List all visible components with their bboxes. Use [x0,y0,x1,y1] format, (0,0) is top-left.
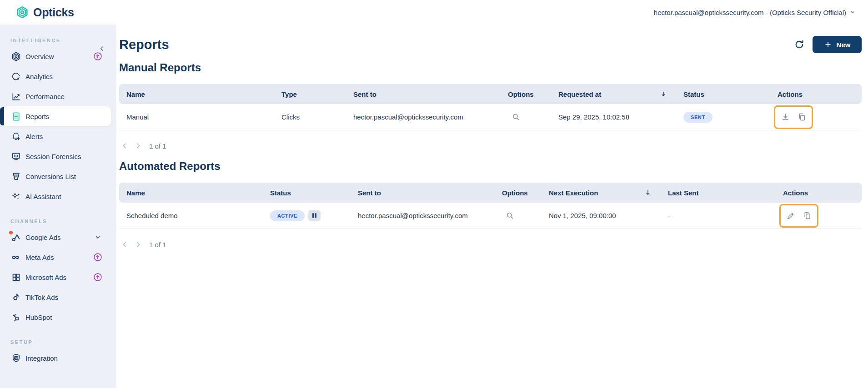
download-report-button[interactable] [780,112,790,122]
manual-reports-heading: Manual Reports [119,61,862,74]
brand-name: Opticks [33,6,74,19]
previous-page-icon[interactable] [119,140,130,151]
google-ads-icon [10,232,21,243]
js-shield-icon: JS [10,353,21,363]
cell-sent-to: hector.pascual@optickssecurity.com [346,104,501,130]
sidebar-item-integration[interactable]: JS Integration [3,348,111,368]
sidebar-collapse-icon[interactable] [98,45,106,53]
column-header-last-sent: Last Sent [661,183,776,203]
manual-reports-table: Name Type Sent to Options Requested at S… [119,84,862,130]
funnel-icon [10,171,21,182]
page-indicator: 1 of 1 [149,241,166,249]
sidebar-item-hubspot[interactable]: HubSpot [3,307,111,327]
sidebar: INTELLIGENCE Overview Analytics [0,25,116,388]
sidebar-item-session-forensics[interactable]: Session Forensics [3,146,111,166]
sort-desc-icon[interactable] [660,90,667,98]
new-report-button[interactable]: New [813,36,862,53]
duplicate-report-button[interactable] [802,211,812,221]
sidebar-section-setup: SETUP [0,336,116,348]
monitor-icon [10,151,21,162]
column-header-actions: Actions [776,183,862,203]
sort-desc-icon[interactable] [644,189,652,196]
sidebar-item-label: Overview [25,53,93,60]
account-label: hector.pascual@optickssecurity.com - (Op… [654,9,846,16]
sidebar-item-microsoft-ads[interactable]: Microsoft Ads [3,267,111,287]
sidebar-item-performance[interactable]: Performance [3,86,111,106]
grid-icon [10,272,21,283]
column-header-next-execution[interactable]: Next Execution [542,183,661,203]
sidebar-item-alerts[interactable]: Alerts [3,126,111,146]
column-header-requested-at[interactable]: Requested at [551,84,676,104]
column-header-options: Options [501,84,551,104]
plus-icon [824,40,832,49]
table-header-row: Name Type Sent to Options Requested at S… [119,84,862,104]
next-page-icon[interactable] [133,140,144,151]
sidebar-item-reports[interactable]: Reports [3,106,111,126]
page-title: Reports [119,37,169,52]
search-options-icon[interactable] [511,112,521,122]
sidebar-item-label: Conversions List [25,173,106,180]
sidebar-item-label: Alerts [25,133,106,140]
account-menu[interactable]: hector.pascual@optickssecurity.com - (Op… [654,9,856,16]
pause-report-button[interactable] [308,210,321,221]
brand-logo[interactable]: Opticks [15,5,74,19]
upgrade-icon[interactable] [93,272,103,282]
column-header-options: Options [495,183,542,203]
table-row: Manual Clicks hector.pascual@optickssecu… [119,104,862,130]
sidebar-item-tiktok-ads[interactable]: TikTok Ads [3,287,111,307]
sidebar-item-overview[interactable]: Overview [3,46,111,66]
svg-text:JS: JS [15,356,18,359]
duplicate-report-button[interactable] [797,112,807,122]
sidebar-item-label: Microsoft Ads [25,274,93,281]
refresh-button[interactable] [792,37,807,52]
sidebar-section-channels: CHANNELS [0,215,116,227]
chevron-down-icon [849,9,856,16]
sidebar-item-label: Reports [25,113,106,120]
page-indicator: 1 of 1 [149,142,166,150]
column-header-type: Type [274,84,346,104]
sidebar-item-label: HubSpot [25,313,106,321]
automated-reports-table: Name Status Sent to Options Next Executi… [119,183,862,229]
sidebar-item-analytics[interactable]: Analytics [3,66,111,86]
previous-page-icon[interactable] [119,239,130,250]
sidebar-item-label: AI Assistant [25,193,106,200]
donut-chart-icon [10,71,21,82]
column-header-status: Status [263,183,351,203]
sidebar-item-label: Performance [25,93,106,100]
manual-reports-pagination: 1 of 1 [119,139,862,152]
cell-next-execution: Nov 1, 2025, 09:00:00 [542,203,661,229]
sidebar-item-label: Integration [25,354,106,362]
page-header: Reports New [119,35,862,54]
bell-plus-icon [10,131,21,142]
actions-highlight-box [779,204,818,228]
sidebar-item-label: TikTok Ads [25,293,106,301]
cell-sent-to: hector.pascual@optickssecurity.com [351,203,495,229]
opticks-hexagon-logo-icon [15,5,29,19]
column-header-label: Next Execution [549,189,598,197]
column-header-status: Status [676,84,770,104]
actions-highlight-box [774,105,813,129]
cell-last-sent: - [661,203,776,229]
sidebar-item-meta-ads[interactable]: Meta Ads [3,247,111,267]
sidebar-item-conversions-list[interactable]: Conversions List [3,166,111,186]
edit-report-button[interactable] [786,211,796,221]
column-header-sent-to: Sent to [351,183,495,203]
next-page-icon[interactable] [133,239,144,250]
tiktok-icon [10,292,21,303]
sidebar-item-google-ads[interactable]: Google Ads [3,227,111,247]
meta-icon [10,252,21,263]
new-button-label: New [837,41,851,49]
upgrade-icon[interactable] [93,252,103,262]
notification-dot [9,231,13,234]
search-options-icon[interactable] [505,211,515,221]
topbar: Opticks hector.pascual@optickssecurity.c… [0,0,868,25]
sidebar-item-label: Session Forensics [25,153,106,160]
cell-name: Manual [119,104,274,130]
upgrade-icon[interactable] [93,51,103,61]
sidebar-item-ai-assistant[interactable]: AI Assistant [3,186,111,206]
automated-reports-heading: Automated Reports [119,160,862,173]
table-header-row: Name Status Sent to Options Next Executi… [119,183,862,203]
refresh-icon [794,39,805,50]
column-header-sent-to: Sent to [346,84,501,104]
cell-requested-at: Sep 29, 2025, 10:02:58 [551,104,676,130]
